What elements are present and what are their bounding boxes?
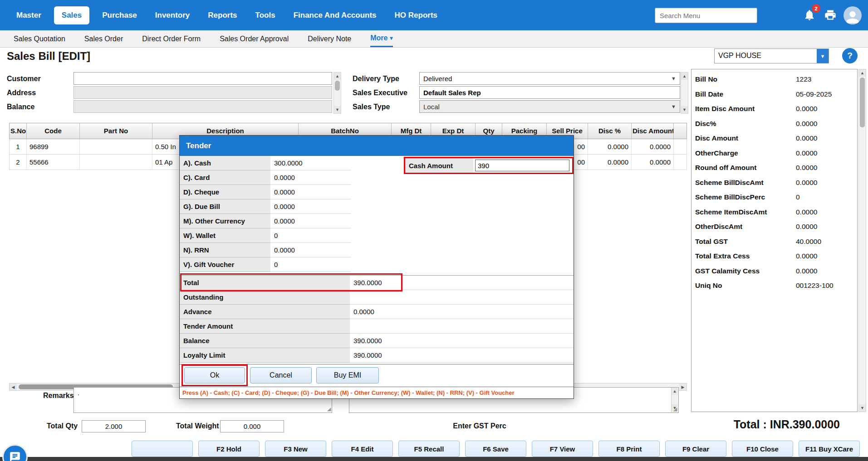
nav-master[interactable]: Master (11, 6, 47, 24)
f1-button[interactable] (132, 441, 193, 457)
divider (180, 364, 574, 364)
bill-summary-row: Round off Amount0.0000 (691, 160, 857, 175)
payment-row: A). Cash300.0000 (180, 156, 351, 170)
help-button[interactable]: ? (842, 48, 858, 63)
f5-recall-button[interactable]: F5 Recall (398, 441, 460, 457)
nav-inventory[interactable]: Inventory (150, 6, 196, 24)
disc-pct-label: Disc% (695, 120, 796, 128)
scroll-up-icon[interactable]: ▲ (672, 388, 678, 395)
subnav-more[interactable]: More ▾ (370, 30, 392, 47)
cell-disc-pct: 0.0000 (588, 139, 632, 154)
item-disc-amount-value: 0.0000 (796, 105, 817, 113)
cell-extra (674, 139, 687, 154)
cell-disc-pct: 0.0000 (588, 155, 632, 170)
col-part-no: Part No (80, 123, 152, 139)
top-navbar: Master Sales Purchase Inventory Reports … (0, 0, 868, 30)
wallet-label: W). Wallet (180, 228, 270, 243)
payment-row: V). Gift Voucher0 (180, 257, 351, 272)
scrollbar-thumb[interactable] (860, 78, 865, 127)
bill-summary-row: Total GST40.0000 (691, 234, 857, 249)
cell-sno: 1 (10, 139, 27, 154)
buy-emi-button[interactable]: Buy EMI (316, 367, 379, 383)
bill-date-label: Bill Date (695, 90, 796, 98)
subnav-more-label: More (370, 34, 387, 42)
middle-form-scrollbar[interactable]: ▲ ▼ (681, 72, 688, 114)
advance-label: Advance (180, 305, 350, 319)
gift-voucher-value: 0 (270, 257, 351, 272)
f7-view-button[interactable]: F7 View (532, 441, 593, 457)
bill-summary-row: Bill Date05-09-2025 (691, 87, 857, 102)
scroll-down-icon[interactable]: ▼ (681, 106, 688, 113)
delivery-type-select[interactable]: Delivered ▼ (419, 72, 680, 85)
payment-row: D). Cheque0.0000 (180, 185, 351, 199)
disc-amount-label: Disc Amount (695, 134, 796, 142)
printer-icon[interactable] (824, 9, 838, 22)
nav-tools[interactable]: Tools (250, 6, 281, 24)
ok-button[interactable]: Ok (184, 367, 245, 383)
gst-hint-text: Enter GST Perc (430, 422, 530, 430)
card-label: C). Card (180, 170, 270, 185)
scroll-up-icon[interactable]: ▲ (334, 73, 341, 80)
f2-hold-button[interactable]: F2 Hold (198, 441, 260, 457)
scheme-billdiscperc-label: Scheme BillDiscPerc (695, 193, 796, 201)
nav-purchase[interactable]: Purchase (97, 6, 142, 24)
cash-value: 300.0000 (270, 156, 351, 170)
customer-scrollbar[interactable]: ▲ ▼ (333, 72, 341, 114)
f4-edit-button[interactable]: F4 Edit (332, 441, 393, 457)
sales-type-select[interactable]: Local ▼ (419, 100, 680, 113)
f8-print-button[interactable]: F8 Print (598, 441, 660, 457)
scroll-left-icon[interactable]: ◀ (10, 383, 17, 390)
disc-pct-value: 0.0000 (796, 120, 817, 128)
function-key-bar: F2 Hold F3 New F4 Edit F5 Recall F6 Save… (132, 441, 860, 457)
uniq-no-value: 001223-100 (796, 281, 834, 290)
bill-summary-row: Disc%0.0000 (691, 116, 857, 131)
item-disc-amount-label: Item Disc Amount (695, 105, 796, 113)
chat-widget-button[interactable] (2, 444, 28, 461)
total-qty-value: 2.000 (82, 420, 146, 432)
page-scrollbar[interactable]: ▲ ▼ (858, 69, 866, 412)
sales-executive-label: Sales Executive (353, 89, 407, 97)
col-disc-amount: Disc Amount (632, 123, 674, 139)
total-gst-value: 40.0000 (796, 238, 821, 246)
scroll-up-icon[interactable]: ▲ (859, 69, 866, 77)
subnav-sales-quotation[interactable]: Sales Quotation (14, 30, 65, 47)
rrn-label: N). RRN (180, 243, 270, 257)
customer-input[interactable] (74, 72, 332, 85)
sales-executive-input[interactable] (419, 86, 680, 99)
scheme-billdiscamt-label: Scheme BillDiscAmt (695, 179, 796, 187)
subnav-delivery-note[interactable]: Delivery Note (308, 30, 351, 47)
payment-row: G). Due Bill0.0000 (180, 199, 351, 214)
f10-close-button[interactable]: F10 Close (732, 441, 793, 457)
subnav-sales-order[interactable]: Sales Order (84, 30, 123, 47)
resize-grip-icon[interactable]: ◢ (673, 406, 677, 412)
search-menu-input[interactable] (655, 8, 757, 23)
cash-amount-input[interactable] (475, 160, 569, 171)
nav-reports[interactable]: Reports (202, 6, 242, 24)
col-extra (674, 123, 687, 139)
scroll-down-icon[interactable]: ▼ (859, 404, 866, 412)
total-gst-label: Total GST (695, 238, 796, 246)
branch-select[interactable]: VGP HOUSE ▼ (714, 49, 829, 63)
scheme-itemdiscamt-label: Scheme ItemDiscAmt (695, 208, 796, 216)
resize-grip-icon[interactable]: ◢ (327, 406, 331, 412)
subnav-direct-order-form[interactable]: Direct Order Form (142, 30, 201, 47)
scrollbar-thumb[interactable] (335, 81, 340, 91)
f6-save-button[interactable]: F6 Save (465, 441, 526, 457)
other-charge-label: OtherCharge (695, 149, 796, 157)
f11-buy-xcare-button[interactable]: F11 Buy XCare (799, 441, 860, 457)
scroll-down-icon[interactable]: ▼ (334, 106, 341, 113)
scroll-up-icon[interactable]: ▲ (681, 73, 688, 80)
dropdown-arrow-icon[interactable]: ▼ (817, 49, 829, 63)
scroll-right-icon[interactable]: ▶ (679, 383, 687, 390)
summary-row: Tender Amount (180, 319, 574, 334)
gst-calamity-cess-value: 0.0000 (796, 267, 817, 275)
cancel-button[interactable]: Cancel (250, 367, 312, 383)
f3-new-button[interactable]: F3 New (265, 441, 326, 457)
bill-no-value: 1223 (796, 75, 811, 83)
nav-sales[interactable]: Sales (54, 6, 89, 24)
nav-finance-accounts[interactable]: Finance And Accounts (288, 6, 382, 24)
f9-clear-button[interactable]: F9 Clear (665, 441, 726, 457)
user-avatar[interactable] (843, 6, 862, 24)
nav-ho-reports[interactable]: HO Reports (389, 6, 443, 24)
subnav-sales-order-approval[interactable]: Sales Order Approval (220, 30, 289, 47)
